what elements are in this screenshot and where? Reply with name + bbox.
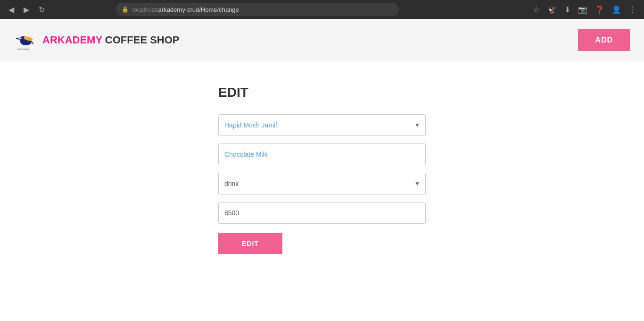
lock-icon: 🔒 [122,6,129,13]
address-bar[interactable]: 🔒 localhost/arkademy-crud/Home/change [116,3,399,16]
star-icon[interactable]: ☆ [531,3,542,16]
svg-line-3 [16,38,19,39]
menu-icon[interactable]: ⋮ [627,3,638,16]
svg-point-4 [20,37,22,39]
url-path: arkademy-crud/Home/change [158,6,239,13]
svg-text:arkademy: arkademy [17,48,29,51]
logo-area: arkademy ARKADEMY COFFEE SHOP [14,28,180,52]
download-icon[interactable]: ⬇ [562,3,572,16]
address-text: localhost/arkademy-crud/Home/change [132,6,239,13]
category-select[interactable]: drink food snack [218,173,426,194]
forward-button[interactable]: ▶ [21,3,32,16]
back-button[interactable]: ◀ [6,3,17,16]
profile-icon[interactable]: 👤 [610,3,623,16]
help-icon[interactable]: ❓ [593,3,606,16]
item-name-field-group [218,144,426,165]
main-content: EDIT Hapid Moch Jamil Other User drink f… [0,61,644,278]
edit-form-container: EDIT Hapid Moch Jamil Other User drink f… [218,85,426,254]
add-button[interactable]: ADD [578,29,630,51]
reload-button[interactable]: ↻ [36,3,48,16]
category-field-group: drink food snack [218,173,426,194]
shop-name: COFFEE SHOP [102,34,180,46]
form-title: EDIT [218,85,426,100]
logo-text: ARKADEMY COFFEE SHOP [42,34,180,46]
price-field-group [218,202,426,224]
extension-icon[interactable]: 🦅 [545,3,559,16]
browser-chrome: ◀ ▶ ↻ 🔒 localhost/arkademy-crud/Home/cha… [0,0,644,19]
brand-name: ARKADEMY [42,34,102,46]
item-name-input[interactable] [218,144,426,165]
url-prefix: localhost/ [132,6,158,13]
name-select-wrapper: Hapid Moch Jamil Other User [218,114,426,136]
logo-bird-icon: arkademy [14,28,38,52]
edit-submit-button[interactable]: EDIT [218,233,282,254]
app-header: arkademy ARKADEMY COFFEE SHOP ADD [0,19,644,61]
name-select[interactable]: Hapid Moch Jamil Other User [218,114,426,136]
name-field-group: Hapid Moch Jamil Other User [218,114,426,136]
price-input[interactable] [218,202,426,224]
screenshot-icon[interactable]: 📷 [576,3,589,16]
category-select-wrapper: drink food snack [218,173,426,194]
browser-actions: ☆ 🦅 ⬇ 📷 ❓ 👤 ⋮ [531,3,638,16]
